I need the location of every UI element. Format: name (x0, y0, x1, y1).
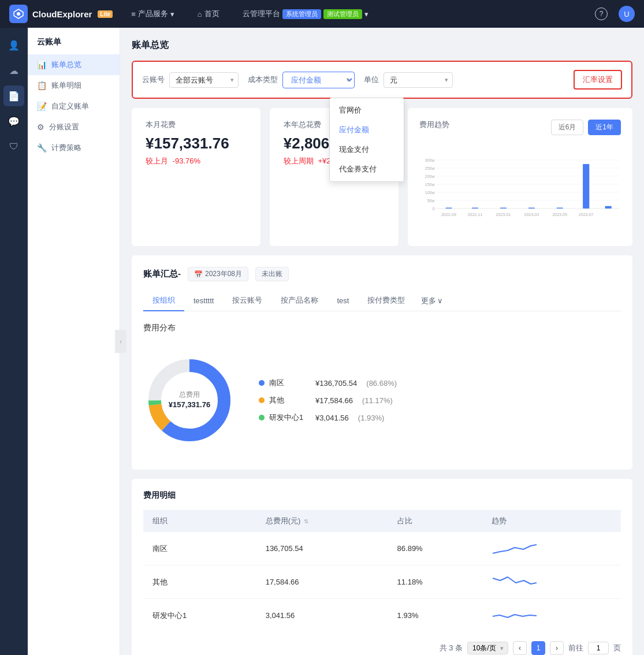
prev-page-button[interactable]: ‹ (513, 641, 527, 655)
svg-text:2022-11: 2022-11 (467, 213, 482, 217)
unit-select[interactable]: 元 (384, 72, 453, 88)
cost-type-dropdown: 官网价 应付金额 现金支付 代金券支付 (329, 98, 404, 182)
detail-title: 费用明细 (143, 490, 621, 501)
icon-sidebar: 👤 ☁ 📄 💬 🛡 (0, 28, 28, 655)
strategy-label: 计费策略 (51, 143, 81, 153)
detail-label: 账单明细 (51, 80, 81, 91)
this-month-value: ¥157,331.76 (146, 135, 247, 152)
distribution-title: 费用分布 (143, 323, 621, 333)
trend-card: 费用趋势 近6月 近1年 300w 250w 200w 150w 100w 50 (408, 108, 633, 246)
cell-trend-1 (482, 532, 621, 565)
cost-type-select[interactable]: 应付金额 官网价 现金支付 代金券支付 (282, 72, 355, 88)
detail-section: 费用明细 组织 总费用(元) ⇅ 占比 趋势 南区 136,705.54 86.… (132, 479, 632, 655)
sidebar-icon-shield[interactable]: 🛡 (3, 136, 24, 157)
second-sidebar: 云账单 📊 账单总览 📋 账单明细 📝 自定义账单 ⚙ 分账设置 🔧 计费策略 … (28, 28, 120, 655)
svg-text:¥157,331.76: ¥157,331.76 (169, 400, 210, 409)
tab-more[interactable]: 更多 ∨ (414, 291, 450, 311)
trend-1y-button[interactable]: 近1年 (588, 120, 621, 135)
dropdown-item-payable[interactable]: 应付金额 (330, 120, 404, 140)
sidebar-icon-chat[interactable]: 💬 (3, 111, 24, 132)
legend-name-rd: 研发中心1 (269, 412, 304, 423)
sidebar-item-split[interactable]: ⚙ 分账设置 (28, 117, 120, 137)
svg-rect-17 (471, 208, 478, 209)
col-total[interactable]: 总费用(元) ⇅ (256, 510, 388, 532)
dropdown-item-cash[interactable]: 现金支付 (330, 140, 404, 159)
tab-testtttt[interactable]: testtttt (184, 292, 223, 311)
unit-filter: 单位 元 (364, 72, 453, 88)
tab-bar: 按组织 testtttt 按云账号 按产品名称 test 按付费类型 更多 ∨ (143, 291, 621, 311)
sort-icon: ⇅ (304, 518, 308, 524)
per-page-select[interactable]: 10条/页 20条/页 50条/页 (467, 642, 508, 654)
logo[interactable]: CloudExplorer Lite (9, 5, 113, 23)
tab-by-org[interactable]: 按组织 (143, 291, 184, 311)
cell-total-1: 136,705.54 (256, 532, 388, 565)
cost-type-filter: 成本类型 应付金额 官网价 现金支付 代金券支付 (248, 72, 355, 88)
trend-6m-button[interactable]: 近6月 (551, 120, 584, 135)
nav-home[interactable]: ⌂ 首页 (193, 6, 224, 21)
cost-type-label: 成本类型 (248, 75, 278, 85)
svg-text:150w: 150w (425, 183, 435, 187)
summary-section: 账单汇总- 📅 2023年08月 未出账 按组织 testtttt 按云账号 按… (132, 255, 632, 470)
exchange-rate-button[interactable]: 汇率设置 (574, 70, 622, 90)
legend-pct-other: (11.17%) (362, 396, 393, 405)
split-icon: ⚙ (37, 122, 44, 132)
menu-icon: ≡ (131, 10, 136, 18)
sidebar-icon-user[interactable]: 👤 (3, 35, 24, 55)
trend-line-1 (492, 539, 538, 556)
next-page-button[interactable]: › (550, 641, 564, 655)
user-avatar[interactable]: U (619, 6, 635, 22)
sidebar-item-overview[interactable]: 📊 账单总览 (28, 54, 120, 75)
svg-text:250w: 250w (425, 166, 435, 170)
tab-test[interactable]: test (327, 292, 358, 311)
goto-suffix: 页 (613, 643, 621, 653)
sidebar-item-custom[interactable]: 📝 自定义账单 (28, 96, 120, 117)
table-body: 南区 136,705.54 86.89% 其他 17,584.66 11.18% (143, 532, 621, 632)
tab-by-product[interactable]: 按产品名称 (271, 291, 327, 311)
tab-by-pay-type[interactable]: 按付费类型 (358, 291, 414, 311)
sidebar-icon-bill[interactable]: 📄 (3, 85, 24, 106)
legend-list: 南区 ¥136,705.54 (86.68%) 其他 ¥17,584.66 (1… (259, 378, 397, 423)
cell-org-1: 南区 (143, 532, 256, 565)
date-badge: 📅 2023年08月 (188, 267, 248, 281)
bar-chart: 300w 250w 200w 150w 100w 50w 0 (419, 142, 621, 235)
svg-rect-21 (583, 164, 589, 209)
legend-rd: 研发中心1 ¥3,041.56 (1.93%) (259, 412, 397, 423)
sidebar-item-strategy[interactable]: 🔧 计费策略 (28, 137, 120, 158)
distribution-section: 总费用 ¥157,331.76 南区 ¥136,705.54 (86.68%) … (143, 343, 621, 458)
sidebar-icon-cloud[interactable]: ☁ (3, 60, 24, 81)
table-header: 组织 总费用(元) ⇅ 占比 趋势 (143, 510, 621, 532)
sys-admin-tag: 系统管理员 (282, 9, 321, 19)
svg-text:300w: 300w (425, 158, 435, 162)
sidebar-item-detail[interactable]: 📋 账单明细 (28, 75, 120, 96)
nav-cloud-mgmt[interactable]: 云管理平台 系统管理员 测试管理员 ▾ (238, 6, 373, 21)
nav-right: ? U (593, 6, 635, 22)
goto-page-input[interactable] (588, 642, 609, 654)
legend-pct-rd: (1.93%) (358, 414, 385, 422)
this-month-label: 本月花费 (146, 120, 247, 130)
legend-pct-nanqu: (86.68%) (366, 379, 397, 388)
page-title: 账单总览 (132, 39, 632, 51)
dropdown-item-voucher[interactable]: 代金券支付 (330, 159, 404, 179)
cell-pct-2: 11.18% (388, 565, 482, 599)
cloud-account-select[interactable]: 全部云账号 (169, 72, 239, 88)
tab-by-cloud[interactable]: 按云账号 (223, 291, 271, 311)
cell-org-3: 研发中心1 (143, 599, 256, 632)
logo-lite: Lite (98, 10, 113, 18)
split-label: 分账设置 (49, 122, 79, 132)
dropdown-item-official[interactable]: 官网价 (330, 101, 404, 120)
current-page-button[interactable]: 1 (531, 641, 545, 655)
donut-chart: 总费用 ¥157,331.76 (143, 354, 236, 446)
trend-buttons: 近6月 近1年 (551, 120, 621, 135)
cell-trend-3 (482, 599, 621, 632)
svg-text:2023-05: 2023-05 (552, 213, 567, 217)
help-button[interactable]: ? (593, 6, 609, 22)
trend-line-2 (492, 572, 538, 590)
legend-amount-nanqu: ¥136,705.54 (315, 379, 357, 388)
custom-icon: 📝 (37, 102, 47, 111)
col-pct: 占比 (388, 510, 482, 532)
svg-text:2023-01: 2023-01 (496, 213, 511, 217)
collapse-sidebar-button[interactable]: ‹ (115, 330, 126, 353)
table-row: 南区 136,705.54 86.89% (143, 532, 621, 565)
nav-products[interactable]: ≡ 产品服务 ▾ (126, 6, 179, 21)
overview-icon: 📊 (37, 60, 47, 69)
